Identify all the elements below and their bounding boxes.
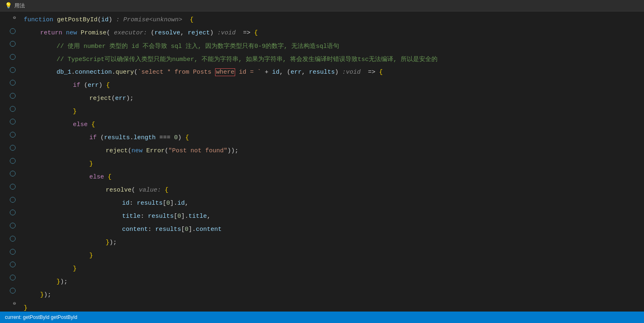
param-err: err [290,69,302,76]
code-content: function getPostById(id) : Promise<unkno… [20,11,644,323]
code-line-5: db_1.connection.query(`select * from Pos… [20,66,644,79]
punct: , [302,69,309,76]
keyword-if-2: if [89,134,100,141]
code-line-2: return new Promise( executor: (resolve, … [20,26,644,39]
punct: . [130,134,134,141]
results-ref: results [137,200,163,207]
code-line-22: }); [20,288,644,301]
prop-length: length [134,134,156,141]
code-editor: 💡 用法 ⊖ [0,0,644,323]
code-line-9: else { [20,118,644,131]
gutter-line-15 [10,193,17,206]
dot: . [192,226,196,233]
breakpoint-icon [10,145,16,151]
fn-reject-2: reject [106,147,128,154]
breakpoint-icon [10,171,16,176]
paren-semi-3: ); [44,291,51,298]
colon: : [148,226,155,233]
brace-open-2: { [254,29,258,36]
punct: ( [111,95,115,102]
code-line-7: reject(err); [20,92,644,105]
code-area: ⊖ ⊖ [0,11,644,323]
gutter-line-19 [10,245,17,258]
param-resolve: resolve [154,29,180,36]
keyword-new-2: new [132,147,146,154]
gutter: ⊖ ⊖ [0,11,20,323]
punct: ) [109,16,112,23]
brace-close-3: } [106,239,109,246]
prop-db1: db_1 [57,69,71,76]
punct: ); [126,95,134,102]
str-backtick-end: ` [257,69,261,76]
gutter-line-4 [10,50,17,63]
code-line-19: } [20,249,644,262]
code-line-21: }); [20,275,644,288]
code-line-14: resolve( value: { [20,183,644,197]
brace: { [181,134,189,141]
colon: : [129,200,137,207]
brace-open-3: { [379,69,383,76]
brace: { [108,174,111,181]
gutter-line-23: ⊖ [13,297,17,310]
gutter-line-21 [10,271,17,284]
bracket-close: ] [170,200,174,207]
gutter-line-14 [10,180,17,193]
punct: ) [210,29,213,36]
brace-close-4: } [89,252,93,259]
code-line-3: // 使用 number 类型的 id 不会导致 sql 注入, 因为数字类型只… [20,39,644,52]
bottom-text: current: getPostById getPostById [5,314,77,320]
gutter-line-16 [10,206,17,219]
code-line-17: content: results[0].content [20,223,644,236]
breakpoint-icon [10,41,16,47]
param-id-ref: id [272,69,279,76]
punct: ( [151,29,154,36]
fn-query: query [116,69,134,76]
param-results: results [104,134,130,141]
gutter-line-13 [10,167,17,180]
results-ref-3: results [155,226,181,233]
hint-value: value: [135,187,165,194]
gutter-line-20 [10,258,17,271]
paren-semi: ); [109,239,117,246]
comma: , [185,200,188,207]
gutter-line-6 [10,77,17,90]
breakpoint-icon [10,184,16,190]
prop-title: title [122,213,141,220]
brace-open: { [186,16,193,23]
breakpoint-icon [10,223,16,228]
str-where: where [216,69,234,76]
brace: { [165,187,168,194]
gutter-line-17 [10,219,17,232]
num-0-2: 0 [166,200,170,207]
bracket-open: [ [174,213,177,220]
param-err2: err [88,82,99,89]
comment-2: // TypeScript可以确保传入类型只能为number, 不能为字符串, … [57,55,438,63]
dot: . [174,200,177,207]
breakpoint-icon [10,54,16,60]
fn-error: Error [146,147,165,154]
gutter-line-2 [10,25,17,38]
gutter-line-1: ⊖ [13,11,17,25]
punct: . [112,69,116,76]
gutter-line-12 [10,154,17,167]
gutter-line-11 [10,141,17,154]
brace: { [102,82,110,89]
prop-content-2: content [196,226,222,233]
bracket-close: ] [181,213,185,220]
breakpoint-icon [10,158,16,164]
gutter-line-22 [10,284,17,297]
breakpoint-icon [10,210,16,215]
top-bar: 💡 用法 [0,0,644,11]
code-line-6: if (err) { [20,79,644,92]
breakpoint-icon [10,28,16,34]
str-not-found: "Post not found" [168,147,227,154]
brace: { [91,121,95,128]
code-line-20: } [20,262,644,275]
gutter-line-3 [10,37,17,50]
str-id-eq: id = [235,69,257,76]
gutter-line-7 [10,89,17,102]
breakpoint-icon [10,80,16,86]
brace-close-6: } [57,278,60,285]
code-line-11: reject(new Error("Post not found")); [20,144,644,157]
prop-title-2: title [188,213,207,220]
